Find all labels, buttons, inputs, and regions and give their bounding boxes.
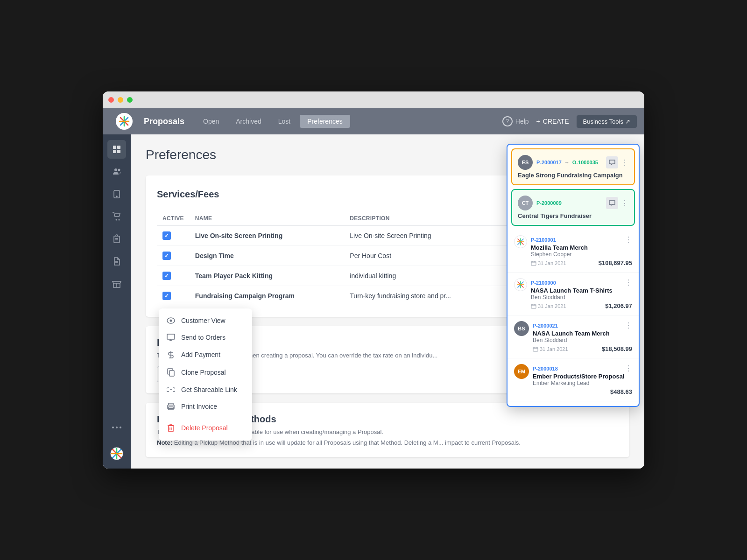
logo-area xyxy=(110,113,138,130)
proposal-menu-0[interactable]: ⋮ xyxy=(621,235,632,244)
proposals-list: ES P-2000017 → O-1000035 xyxy=(507,145,639,406)
svg-rect-7 xyxy=(117,150,120,153)
page-title: Preferences xyxy=(146,147,216,162)
proposal-menu-2[interactable]: ⋮ xyxy=(625,321,632,330)
svg-point-20 xyxy=(112,427,114,428)
tab-open[interactable]: Open xyxy=(196,115,226,128)
svg-point-22 xyxy=(120,427,121,428)
svg-point-9 xyxy=(118,169,120,171)
context-delete-proposal[interactable]: Delete Proposal xyxy=(159,419,252,437)
proposal-title-0: Mozilla Team Merch xyxy=(531,244,632,251)
close-button[interactable] xyxy=(108,97,114,103)
svg-point-8 xyxy=(114,168,117,171)
main-window: Proposals Open Archived Lost Preferences… xyxy=(103,91,644,469)
proposal-id-0: P-2100001 xyxy=(531,237,556,243)
proposal-title-2: NASA Launch Team Merch xyxy=(533,330,632,337)
proposal-menu-3[interactable]: ⋮ xyxy=(625,364,632,373)
checkbox-3[interactable] xyxy=(162,272,171,280)
monitor-icon xyxy=(166,334,176,341)
eye-icon xyxy=(166,317,176,324)
app-logo xyxy=(116,113,133,130)
proposal-item-4[interactable]: JS P-2000016 ⋮ Shannon Bros Promotional … xyxy=(507,401,639,406)
proposal-id-3: P-2000018 xyxy=(533,366,558,371)
green-card-name: Central Tigers Fundraiser xyxy=(518,212,628,219)
featured-menu-icon[interactable]: ⋮ xyxy=(621,158,628,167)
service-desc-3: individual kitting xyxy=(344,266,501,286)
minimize-button[interactable] xyxy=(118,97,123,103)
svg-rect-5 xyxy=(117,146,120,149)
tab-preferences[interactable]: Preferences xyxy=(300,115,350,128)
context-customer-view-label: Customer View xyxy=(181,317,226,324)
app-body: Preferences SAVE CHANGES Services/Fees C… xyxy=(103,134,644,469)
svg-point-21 xyxy=(116,427,118,428)
featured-chat-icon[interactable] xyxy=(606,156,618,168)
checkbox-1[interactable] xyxy=(162,231,171,240)
service-desc-1: Live On-site Screen Printing xyxy=(344,226,501,246)
maximize-button[interactable] xyxy=(127,97,133,103)
tab-lost[interactable]: Lost xyxy=(271,115,298,128)
proposal-client-1: Ben Stoddard xyxy=(531,294,632,301)
proposal-id-2: P-2000021 xyxy=(533,323,558,329)
checkbox-2[interactable] xyxy=(162,252,171,260)
proposal-amount-2: $18,508.99 xyxy=(602,345,632,352)
sidebar-item-cart[interactable] xyxy=(107,207,126,226)
proposal-amount-0: $108,697.95 xyxy=(599,259,632,266)
create-button[interactable]: + CREATE xyxy=(536,118,569,125)
proposal-date-0: 31 Jan 2021 xyxy=(531,260,566,266)
green-menu-icon[interactable]: ⋮ xyxy=(621,199,628,208)
dollar-icon xyxy=(166,350,176,359)
context-print-invoice[interactable]: Print Invoice xyxy=(159,398,252,415)
proposal-title-3: Ember Products/Store Proposal xyxy=(533,373,632,380)
sidebar-item-more[interactable] xyxy=(107,418,126,437)
sidebar-item-store[interactable] xyxy=(107,274,126,293)
sidebar-item-tablet[interactable] xyxy=(107,185,126,203)
sidebar-item-dashboard[interactable] xyxy=(107,140,126,159)
proposal-item-0[interactable]: P-2100001 ⋮ Mozilla Team Merch Stephen C… xyxy=(507,230,639,273)
proposal-avatar-3: EM xyxy=(514,364,529,379)
context-send-orders[interactable]: Send to Orders xyxy=(159,329,252,346)
svg-rect-30 xyxy=(167,334,175,339)
green-chat-icon[interactable] xyxy=(606,197,618,209)
proposal-client-2: Ben Stoddard xyxy=(533,337,632,343)
services-title: Services/Fees xyxy=(157,189,219,200)
help-button[interactable]: ? Help xyxy=(502,116,529,126)
col-description: Description xyxy=(344,211,501,226)
checkbox-4[interactable] xyxy=(162,292,171,300)
sidebar-item-clipboard[interactable] xyxy=(107,230,126,248)
sidebar-item-users[interactable] xyxy=(107,162,126,181)
proposal-item-2[interactable]: BS P-2000021 ⋮ NASA Launch Team Merch Be… xyxy=(507,315,639,358)
svg-point-13 xyxy=(119,219,120,221)
service-name-2: Design Time xyxy=(190,246,345,266)
sidebar-bottom-logo[interactable] xyxy=(107,444,126,463)
service-desc-4: Turn-key fundraising store and pr... xyxy=(344,286,501,306)
tab-archived[interactable]: Archived xyxy=(228,115,268,128)
svg-rect-34 xyxy=(169,371,174,376)
link-icon xyxy=(166,387,176,392)
main-content: Preferences SAVE CHANGES Services/Fees C… xyxy=(131,134,644,469)
context-shareable-link[interactable]: Get Shareable Link xyxy=(159,381,252,398)
svg-rect-45 xyxy=(531,261,536,266)
context-shareable-link-label: Get Shareable Link xyxy=(181,386,237,393)
context-add-payment[interactable]: Add Payment xyxy=(159,346,252,364)
featured-id-to: O-1000035 xyxy=(572,160,598,165)
svg-point-29 xyxy=(170,320,172,322)
green-card-id: P-2000009 xyxy=(536,200,562,206)
sidebar-item-document[interactable] xyxy=(107,252,126,271)
proposal-avatar-2: BS xyxy=(514,321,529,336)
arrow-icon: → xyxy=(564,160,570,165)
context-clone-proposal[interactable]: Clone Proposal xyxy=(159,364,252,381)
print-icon xyxy=(166,403,176,410)
context-customer-view[interactable]: Customer View xyxy=(159,312,252,329)
svg-rect-38 xyxy=(169,426,173,432)
proposal-menu-1[interactable]: ⋮ xyxy=(625,278,632,287)
business-tools-button[interactable]: Business Tools ↗ xyxy=(577,115,637,128)
proposal-item-3[interactable]: EM P-2000018 ⋮ Ember Products/Store Prop… xyxy=(507,358,639,401)
service-desc-2: Per Hour Cost xyxy=(344,246,501,266)
sidebar xyxy=(103,134,131,469)
context-clone-proposal-label: Clone Proposal xyxy=(181,369,226,376)
svg-rect-4 xyxy=(113,146,116,149)
proposal-item-1[interactable]: P-2100000 ⋮ NASA Launch Team T-Shirts Be… xyxy=(507,273,639,315)
featured-avatar: ES xyxy=(518,155,533,170)
context-delete-proposal-label: Delete Proposal xyxy=(181,424,228,432)
nav-title: Proposals xyxy=(144,117,184,126)
